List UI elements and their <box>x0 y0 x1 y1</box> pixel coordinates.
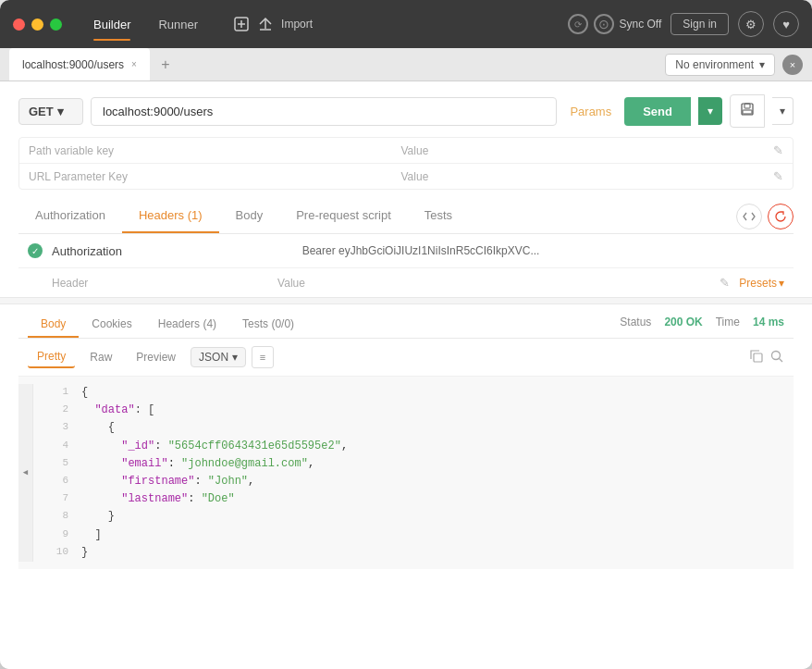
code-line-8: 8 } <box>33 508 794 526</box>
wrap-icon[interactable]: ≡ <box>252 346 274 368</box>
url-param-key[interactable]: URL Parameter Key <box>29 170 392 183</box>
code-viewer: ◀ 1 { 2 "data": [ 3 { <box>18 377 794 569</box>
svg-rect-5 <box>742 104 753 115</box>
response-tabs: Body Cookies Headers (4) Tests (0/0) Sta… <box>18 304 794 339</box>
resp-tab-tests[interactable]: Tests (0/0) <box>229 312 307 338</box>
maximize-button[interactable] <box>50 19 62 31</box>
request-tabs: Authorization Headers (1) Body Pre-reque… <box>18 199 794 234</box>
env-clear-button[interactable]: × <box>782 55 803 75</box>
tab-body[interactable]: Body <box>219 199 280 233</box>
url-input[interactable] <box>91 97 557 126</box>
nav-tabs: Builder Runner <box>80 12 211 37</box>
resp-tab-cookies[interactable]: Cookies <box>79 312 144 338</box>
header-value-authorization: Bearer eyJhbGciOiJIUzI1NiIsInR5cCI6IkpXV… <box>302 244 784 257</box>
minimize-button[interactable] <box>31 19 43 31</box>
tab-bar: localhost:9000/users × + No environment … <box>0 48 812 81</box>
status-label: Status <box>620 316 651 328</box>
add-tab-button[interactable]: + <box>155 55 176 75</box>
fmt-tab-preview[interactable]: Preview <box>127 347 185 367</box>
fmt-tab-raw[interactable]: Raw <box>80 347 121 367</box>
code-line-1: 1 { <box>33 384 794 402</box>
sync-area: ⟳ ⊙ Sync Off <box>568 14 662 34</box>
svg-rect-8 <box>754 353 762 362</box>
fmt-tab-pretty[interactable]: Pretty <box>28 346 75 368</box>
code-line-10: 10 } <box>33 544 794 562</box>
response-status: Status 200 OK Time 14 ms <box>620 316 784 334</box>
nav-tab-builder[interactable]: Builder <box>80 12 143 37</box>
header-value-placeholder[interactable]: Value <box>277 277 710 290</box>
sidebar-collapse[interactable]: ◀ <box>18 384 33 562</box>
nav-icons: Import <box>233 16 313 32</box>
code-line-4: 4 "_id": "5654cff0643431e65d5595e2", <box>33 438 794 455</box>
search-icon[interactable] <box>769 349 784 366</box>
url-tab-label: localhost:9000/users <box>22 58 124 71</box>
header-enabled-check[interactable]: ✓ <box>28 243 43 258</box>
code-line-5: 5 "email": "johndoe@gmail.com", <box>33 455 794 473</box>
heart-icon[interactable]: ♥ <box>773 11 799 37</box>
title-bar: Builder Runner Import ⟳ ⊙ Sync Off Sign … <box>0 0 812 48</box>
code-line-6: 6 "firstname": "John", <box>33 473 794 490</box>
path-variable-key[interactable]: Path variable key <box>29 144 392 157</box>
nav-tab-runner[interactable]: Runner <box>145 12 211 37</box>
settings-icon[interactable]: ⚙ <box>738 11 764 37</box>
traffic-lights <box>13 19 62 31</box>
url-tab[interactable]: localhost:9000/users × <box>9 48 150 81</box>
url-tab-close[interactable]: × <box>131 59 137 69</box>
sync-icon[interactable]: ⟳ <box>568 14 588 34</box>
svg-line-10 <box>780 358 783 362</box>
save-dropdown[interactable]: ▾ <box>772 97 794 125</box>
tab-prerequest[interactable]: Pre-request script <box>279 199 408 233</box>
format-bar-right <box>749 349 784 366</box>
tab-bar-right: No environment ▾ × <box>665 54 803 76</box>
url-edit-icon[interactable]: ✎ <box>773 169 783 183</box>
params-table: Path variable key Value ✎ URL Parameter … <box>18 137 794 190</box>
send-button[interactable]: Send <box>624 97 691 126</box>
presets-button[interactable]: Presets ▾ <box>739 277 784 290</box>
section-separator <box>0 297 812 304</box>
path-edit-icon[interactable]: ✎ <box>773 143 783 157</box>
app-window: Builder Runner Import ⟳ ⊙ Sync Off Sign … <box>0 0 812 669</box>
copy-icon[interactable] <box>749 349 764 366</box>
code-line-2: 2 "data": [ <box>33 402 794 419</box>
method-selector[interactable]: GET ▾ <box>18 98 83 125</box>
new-tab-icon[interactable] <box>233 16 250 32</box>
title-bar-right: ⟳ ⊙ Sync Off Sign in ⚙ ♥ <box>568 11 800 37</box>
path-variable-row: Path variable key Value ✎ <box>19 138 793 164</box>
code-line-7: 7 "lastname": "Doe" <box>33 490 794 508</box>
params-button[interactable]: Params <box>564 105 617 118</box>
tab-headers[interactable]: Headers (1) <box>122 199 219 233</box>
request-bar: GET ▾ Params Send ▾ ▾ <box>18 94 794 128</box>
url-param-row: URL Parameter Key Value ✎ <box>19 164 793 189</box>
header-new-row: Header Value ✎ Presets ▾ <box>18 268 794 297</box>
refresh-icon[interactable] <box>768 204 794 229</box>
svg-point-9 <box>772 351 781 359</box>
time-value: 14 ms <box>753 316 784 328</box>
resp-tab-headers[interactable]: Headers (4) <box>145 312 229 338</box>
path-variable-value[interactable]: Value <box>401 144 765 157</box>
svg-rect-7 <box>743 110 752 114</box>
close-button[interactable] <box>13 19 25 31</box>
url-param-value[interactable]: Value <box>401 170 765 183</box>
sync-icon2[interactable]: ⊙ <box>594 14 614 34</box>
header-key-authorization: Authorization <box>52 244 293 258</box>
authorization-header-row: ✓ Authorization Bearer eyJhbGciOiJIUzI1N… <box>18 234 794 268</box>
tab-authorization[interactable]: Authorization <box>18 199 122 233</box>
resp-tab-body[interactable]: Body <box>28 312 79 338</box>
code-line-3: 3 { <box>33 419 794 437</box>
environment-selector[interactable]: No environment ▾ <box>665 54 775 76</box>
save-button[interactable] <box>730 94 765 128</box>
code-icon[interactable] <box>736 204 762 229</box>
send-dropdown[interactable]: ▾ <box>698 97 722 125</box>
code-line-9: 9 ] <box>33 527 794 544</box>
svg-rect-6 <box>744 104 750 108</box>
req-tab-icons <box>736 204 794 229</box>
main-content: GET ▾ Params Send ▾ ▾ Path variable key … <box>0 81 812 669</box>
tab-tests[interactable]: Tests <box>408 199 469 233</box>
header-key-placeholder[interactable]: Header <box>52 277 268 290</box>
sign-in-button[interactable]: Sign in <box>671 13 729 35</box>
status-value: 200 OK <box>664 316 702 328</box>
header-edit-icon[interactable]: ✎ <box>720 276 730 290</box>
response-area: Body Cookies Headers (4) Tests (0/0) Sta… <box>18 304 794 569</box>
json-format-selector[interactable]: JSON ▾ <box>191 347 246 367</box>
import-icon[interactable]: Import <box>257 16 313 32</box>
